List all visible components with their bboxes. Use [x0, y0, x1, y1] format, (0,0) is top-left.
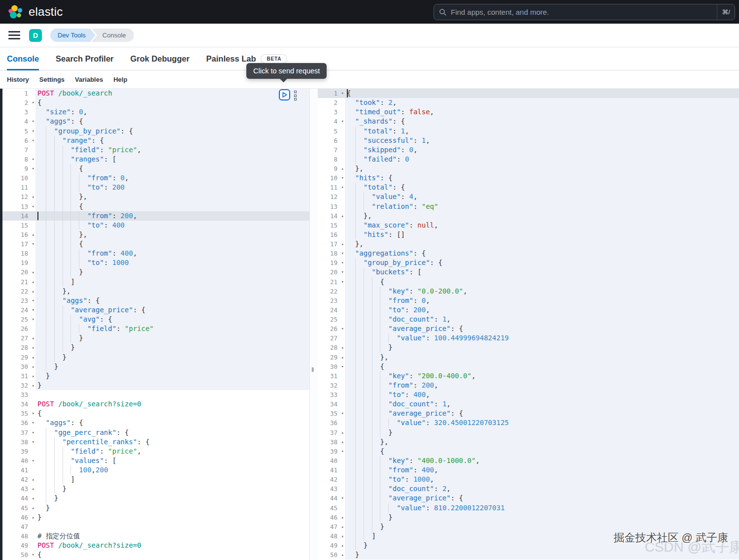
fold-open-icon[interactable]: ▾ — [32, 305, 34, 315]
code-content[interactable]: } — [35, 267, 309, 277]
global-search[interactable]: ⌘/ — [434, 4, 735, 20]
fold-close-icon[interactable]: ▴ — [341, 239, 344, 249]
code-content[interactable]: "avg": { — [35, 315, 309, 324]
fold-close-icon[interactable]: ▴ — [341, 522, 344, 531]
menu-item-settings[interactable]: Settings — [39, 76, 65, 83]
code-content[interactable]: "to": 400 — [35, 221, 309, 230]
code-content[interactable]: "key": "400.0-1000.0", — [345, 456, 739, 465]
code-content[interactable]: POST /book/_search — [35, 89, 309, 98]
code-content[interactable]: POST /book/_search?size=0 — [35, 541, 309, 550]
code-content[interactable]: "total": 1, — [345, 127, 739, 136]
code-content[interactable]: "average_price": { — [345, 409, 739, 418]
code-content[interactable]: { — [35, 550, 309, 560]
fold-open-icon[interactable]: ▾ — [341, 258, 344, 267]
fold-open-icon[interactable]: ▾ — [341, 447, 344, 456]
code-content[interactable]: } — [35, 353, 309, 362]
code-content[interactable]: "aggs": { — [35, 296, 309, 305]
send-request-button[interactable] — [279, 89, 290, 100]
tab-painless-lab[interactable]: Painless Lab — [206, 54, 256, 64]
fold-close-icon[interactable]: ▴ — [341, 164, 344, 173]
code-content[interactable]: "failed": 0 — [345, 155, 739, 164]
code-content[interactable]: { — [35, 239, 309, 249]
code-content[interactable]: "successful": 1, — [345, 136, 739, 145]
code-content[interactable]: } — [35, 513, 309, 522]
panel-resize-handle[interactable]: ‖ — [311, 366, 314, 373]
code-content[interactable]: "percentile_ranks": { — [35, 437, 309, 447]
code-content[interactable]: POST /book/_search?size=0 — [35, 399, 309, 409]
code-content[interactable]: { — [35, 98, 309, 107]
code-content[interactable]: }, — [345, 239, 739, 249]
tab-search-profiler[interactable]: Search Profiler — [56, 47, 113, 70]
code-content[interactable]: "average_price": { — [35, 305, 309, 315]
code-content[interactable]: "doc_count": 2, — [345, 484, 739, 494]
fold-close-icon[interactable]: ▴ — [32, 484, 34, 494]
fold-open-icon[interactable]: ▾ — [32, 239, 34, 249]
search-input[interactable] — [451, 8, 717, 16]
code-content[interactable]: { — [345, 89, 739, 98]
fold-close-icon[interactable]: ▴ — [32, 343, 34, 352]
code-content[interactable]: { — [345, 277, 739, 287]
menu-item-variables[interactable]: Variables — [75, 76, 103, 83]
fold-close-icon[interactable]: ▴ — [32, 371, 34, 381]
menu-icon[interactable] — [8, 31, 20, 39]
fold-open-icon[interactable]: ▾ — [32, 550, 34, 560]
code-content[interactable]: "size": 0, — [35, 107, 309, 117]
code-content[interactable]: } — [345, 343, 739, 352]
code-content[interactable]: { — [35, 409, 309, 418]
code-content[interactable]: "from": 0, — [345, 296, 739, 305]
code-content[interactable]: "key": "0.0-200.0", — [345, 287, 739, 296]
code-content[interactable]: "buckets": [ — [345, 267, 739, 277]
fold-open-icon[interactable]: ▾ — [32, 418, 34, 428]
code-content[interactable]: }, — [35, 192, 309, 201]
fold-open-icon[interactable]: ▾ — [341, 494, 344, 503]
fold-open-icon[interactable]: ▾ — [32, 202, 34, 211]
code-content[interactable]: "average_price": { — [345, 324, 739, 333]
code-content[interactable]: ] — [35, 475, 309, 484]
code-content[interactable]: "to": 200 — [35, 183, 309, 192]
fold-open-icon[interactable]: ▾ — [32, 456, 34, 465]
fold-open-icon[interactable]: ▾ — [341, 277, 344, 287]
code-content[interactable]: "from": 200, — [35, 211, 309, 221]
code-content[interactable] — [35, 522, 309, 531]
fold-open-icon[interactable]: ▾ — [341, 117, 344, 126]
code-content[interactable]: }, — [345, 353, 739, 362]
fold-close-icon[interactable]: ▴ — [32, 494, 34, 503]
code-content[interactable]: { — [345, 447, 739, 456]
deployment-badge[interactable]: D — [29, 29, 42, 42]
code-content[interactable]: }, — [35, 287, 309, 296]
code-content[interactable]: "took": 2, — [345, 98, 739, 107]
code-content[interactable]: "to": 1000, — [345, 475, 739, 484]
code-content[interactable]: "ranges": [ — [35, 155, 309, 164]
code-content[interactable]: } — [35, 494, 309, 503]
breadcrumb-console[interactable]: Console — [92, 29, 134, 42]
fold-open-icon[interactable]: ▾ — [32, 155, 34, 164]
fold-close-icon[interactable]: ▴ — [341, 550, 344, 560]
fold-close-icon[interactable]: ▴ — [32, 287, 34, 296]
code-content[interactable]: "field": "price", — [35, 447, 309, 456]
fold-open-icon[interactable]: ▾ — [32, 136, 34, 145]
fold-close-icon[interactable]: ▴ — [341, 211, 344, 221]
fold-close-icon[interactable]: ▴ — [32, 277, 34, 287]
fold-close-icon[interactable]: ▴ — [32, 192, 34, 201]
code-content[interactable]: "aggs": { — [35, 117, 309, 126]
code-content[interactable] — [35, 390, 309, 399]
fold-open-icon[interactable]: ▾ — [32, 315, 34, 324]
code-content[interactable]: # 指定分位值 — [35, 531, 309, 541]
fold-close-icon[interactable]: ▴ — [32, 381, 34, 390]
code-content[interactable]: } — [35, 381, 309, 390]
elastic-logo-icon[interactable] — [8, 4, 24, 20]
code-content[interactable]: "values": [ — [35, 456, 309, 465]
fold-close-icon[interactable]: ▴ — [341, 353, 344, 362]
fold-close-icon[interactable]: ▴ — [341, 343, 344, 352]
menu-item-help[interactable]: Help — [113, 76, 127, 83]
fold-open-icon[interactable]: ▾ — [341, 183, 344, 192]
code-content[interactable]: "from": 0, — [35, 173, 309, 183]
fold-open-icon[interactable]: ▾ — [32, 164, 34, 173]
code-content[interactable]: "key": "200.0-400.0", — [345, 371, 739, 381]
fold-open-icon[interactable]: ▾ — [32, 98, 34, 107]
fold-close-icon[interactable]: ▴ — [341, 513, 344, 522]
fold-open-icon[interactable]: ▾ — [32, 428, 34, 437]
fold-open-icon[interactable]: ▾ — [32, 296, 34, 305]
code-content[interactable]: "total": { — [345, 183, 739, 192]
code-content[interactable]: "range": { — [35, 136, 309, 145]
